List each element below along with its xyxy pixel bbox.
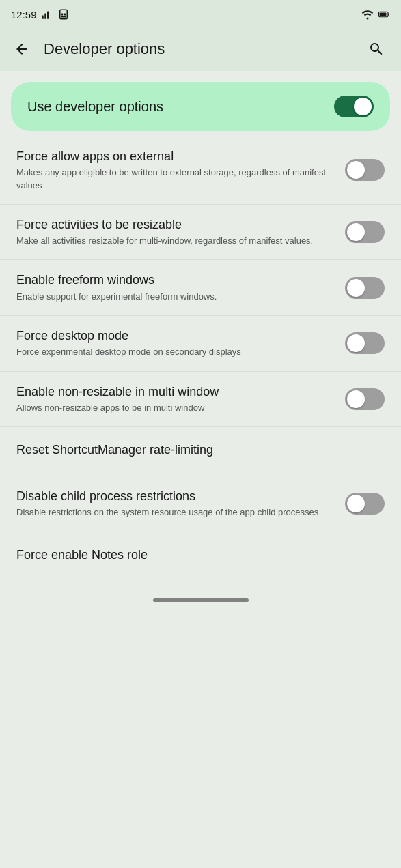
search-icon — [368, 41, 385, 57]
setting-desc: Enable support for experimental freeform… — [16, 291, 334, 303]
bottom-bar — [0, 592, 401, 614]
setting-text: Disable child process restrictions Disab… — [16, 489, 345, 519]
svg-rect-6 — [61, 16, 66, 17]
setting-title: Force enable Notes role — [16, 547, 374, 563]
setting-freeform-windows[interactable]: Enable freeform windows Enable support f… — [0, 260, 401, 316]
top-bar: Developer options — [0, 27, 401, 71]
toggle-thumb — [347, 161, 365, 179]
status-right — [361, 8, 390, 20]
freeform-toggle[interactable] — [345, 277, 385, 299]
setting-desc: Make all activities resizable for multi-… — [16, 235, 334, 247]
setting-non-resizable-multiwindow[interactable]: Enable non-resizable in multi window All… — [0, 372, 401, 428]
setting-title: Force desktop mode — [16, 328, 334, 344]
setting-force-desktop[interactable]: Force desktop mode Force experimental de… — [0, 316, 401, 372]
setting-text: Force allow apps on external Makes any a… — [16, 149, 345, 192]
dev-options-toggle[interactable] — [334, 96, 374, 117]
svg-rect-5 — [64, 14, 65, 16]
sim-icon — [57, 8, 70, 20]
status-bar: 12:59 — [0, 0, 401, 27]
setting-title: Force allow apps on external — [16, 149, 334, 164]
svg-rect-0 — [42, 16, 43, 19]
setting-text: Enable non-resizable in multi window All… — [16, 384, 345, 415]
force-allow-toggle[interactable] — [345, 159, 385, 181]
signal-icon — [41, 8, 53, 20]
setting-force-resizable[interactable]: Force activities to be resizable Make al… — [0, 205, 401, 261]
setting-title: Force activities to be resizable — [16, 217, 334, 233]
setting-desc: Disable restrictions on the system resou… — [16, 506, 334, 519]
toggle-thumb — [347, 495, 365, 512]
settings-list: Force allow apps on external Makes any a… — [0, 136, 401, 581]
search-button[interactable] — [360, 33, 393, 66]
svg-rect-3 — [59, 10, 67, 19]
setting-desc: Makes any app eligible to be written to … — [16, 167, 334, 191]
svg-rect-1 — [44, 14, 46, 19]
toggle-thumb — [347, 334, 365, 352]
setting-force-allow-external[interactable]: Force allow apps on external Makes any a… — [0, 136, 401, 205]
setting-title: Disable child process restrictions — [16, 489, 334, 504]
status-time: 12:59 — [11, 9, 37, 20]
svg-rect-9 — [380, 12, 387, 16]
child-process-toggle[interactable] — [345, 493, 385, 515]
setting-text: Reset ShortcutManager rate-limiting — [16, 442, 385, 460]
toggle-thumb — [347, 279, 365, 297]
toggle-thumb — [347, 390, 365, 408]
back-button[interactable] — [5, 33, 38, 66]
non-resizable-toggle[interactable] — [345, 388, 385, 410]
main-content: Use developer options Force allow apps o… — [0, 71, 401, 592]
desktop-mode-toggle[interactable] — [345, 332, 385, 354]
setting-text: Enable freeform windows Enable support f… — [16, 272, 345, 303]
back-arrow-icon — [14, 41, 30, 57]
toggle-thumb — [347, 223, 365, 241]
setting-desc: Force experimental desktop mode on secon… — [16, 346, 334, 358]
svg-rect-2 — [47, 12, 49, 19]
svg-rect-10 — [388, 14, 389, 16]
setting-title: Reset ShortcutManager rate-limiting — [16, 442, 374, 458]
svg-rect-4 — [61, 14, 63, 16]
setting-text: Force desktop mode Force experimental de… — [16, 328, 345, 359]
wifi-icon — [361, 8, 374, 20]
setting-title: Enable non-resizable in multi window — [16, 384, 334, 400]
force-resizable-toggle[interactable] — [345, 221, 385, 243]
battery-icon — [378, 8, 390, 20]
setting-title: Enable freeform windows — [16, 272, 334, 288]
toggle-thumb — [354, 98, 372, 115]
setting-disable-child-process[interactable]: Disable child process restrictions Disab… — [0, 476, 401, 532]
status-left: 12:59 — [11, 8, 70, 20]
setting-desc: Allows non-resizable apps to be in multi… — [16, 402, 334, 414]
home-indicator — [153, 598, 249, 602]
setting-force-notes-role[interactable]: Force enable Notes role — [0, 532, 401, 581]
page-title: Developer options — [38, 40, 360, 58]
dev-options-banner[interactable]: Use developer options — [11, 82, 390, 131]
svg-point-7 — [367, 18, 369, 20]
setting-reset-shortcut[interactable]: Reset ShortcutManager rate-limiting — [0, 427, 401, 476]
setting-text: Force enable Notes role — [16, 547, 385, 565]
dev-options-label: Use developer options — [27, 99, 163, 115]
setting-text: Force activities to be resizable Make al… — [16, 217, 345, 248]
